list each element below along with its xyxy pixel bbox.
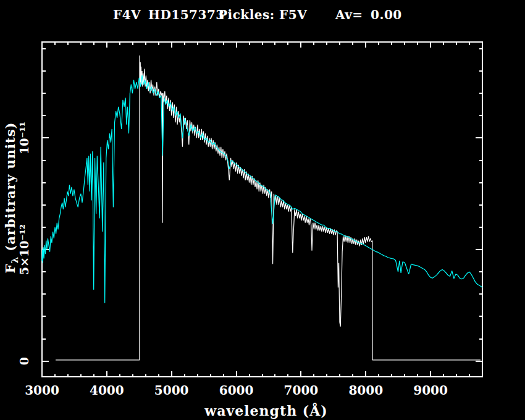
plot-frame [42, 42, 482, 377]
y-axis-title-lambda-subscript: λ [9, 256, 20, 264]
title-spectral-type: F4V [113, 7, 141, 22]
y-tick-label: 5×10⁻¹² [17, 224, 31, 275]
y-axis-title-units: (arbitrary units) [2, 122, 18, 257]
x-tick-label: 9000 [413, 383, 448, 398]
y-axis-title: Fλ (arbitrary units) [2, 122, 20, 274]
spectrum-line-observed-spectrum-HD157373 [56, 56, 481, 360]
y-tick-label: 10⁻¹¹ [17, 122, 31, 154]
y-tick-label: 0 [17, 357, 31, 365]
x-tick-label: 5000 [154, 383, 189, 398]
x-tick-label: 7000 [284, 383, 319, 398]
x-tick-labels: 3000400050006000700080009000 [25, 383, 448, 398]
x-tick-label: 6000 [219, 383, 254, 398]
y-tick-labels: 05×10⁻¹²10⁻¹¹ [17, 122, 31, 366]
y-axis-title-f: F [2, 264, 18, 274]
x-tick-label: 8000 [348, 383, 383, 398]
title-template-label: Pickles: F5V [218, 7, 307, 22]
title-av-label: Av= [335, 7, 363, 22]
x-axis-title: wavelength (Å) [204, 403, 327, 419]
title-av-value: 0.00 [371, 7, 402, 22]
axes-box [42, 42, 482, 377]
chart-title: F4V HD157373 Pickles: F5V Av= 0.00 [113, 7, 402, 22]
x-tick-label: 4000 [90, 383, 124, 398]
spectra [42, 56, 482, 360]
spectrum-plot-window: F4V HD157373 Pickles: F5V Av= 0.00 30004… [0, 0, 525, 420]
title-star-id: HD157373 [148, 7, 225, 22]
x-tick-label: 3000 [25, 383, 59, 398]
spectrum-chart: F4V HD157373 Pickles: F5V Av= 0.00 30004… [0, 0, 525, 420]
